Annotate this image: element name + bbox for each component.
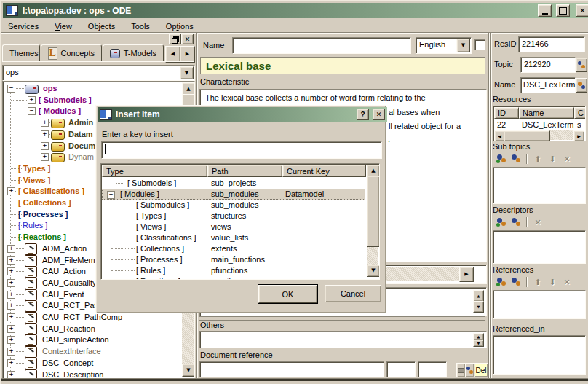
sub-topics-list[interactable] (493, 167, 586, 204)
menu-item-services[interactable]: Services (8, 22, 39, 31)
model-combobox[interactable]: ops ▼ (2, 65, 195, 81)
add-descriptor-button[interactable] (494, 216, 509, 229)
dock-close-icon: ✕ (185, 36, 191, 43)
maximize-button[interactable] (556, 4, 570, 17)
link-descriptor-button[interactable] (509, 216, 523, 229)
column-header-type[interactable]: Type (102, 165, 207, 177)
subtopic-delete-button[interactable]: ✕ (560, 153, 574, 165)
resources-cell-name[interactable]: DSC_LexTerm (522, 120, 574, 129)
dialog-expander-minus[interactable]: − (107, 191, 115, 199)
tab-themes[interactable]: Themes (2, 44, 40, 62)
subtopic-move-up-button[interactable]: ⬆ (531, 153, 545, 165)
language-checkbox[interactable] (474, 39, 485, 50)
reference-move-down-button[interactable]: ⬇ (545, 276, 560, 289)
document-reference-extra-input[interactable] (418, 361, 447, 377)
dialog-help-button[interactable]: ? (357, 109, 369, 120)
tree-item-cau-simpleaction[interactable]: +CAU_simpleAction (3, 334, 182, 345)
resources-hscroll-thumb[interactable] (504, 130, 550, 141)
subtopic-move-down-button[interactable]: ⬇ (545, 153, 560, 165)
topic-input[interactable]: 212920 (520, 57, 576, 73)
resources-table[interactable]: ID Name C 22 DSC_LexTerm s ◀ ▶ (493, 106, 586, 141)
reference-move-up-button[interactable]: ⬆ (531, 276, 545, 289)
key-input[interactable] (101, 141, 382, 159)
document-reference-input[interactable] (199, 361, 384, 377)
tree-expander-minus[interactable]: − (28, 107, 36, 115)
tab-scroll-right-button[interactable]: ▶ (180, 46, 195, 63)
cancel-button[interactable]: Cancel (325, 285, 381, 302)
menu-item-options[interactable]: Options (166, 22, 194, 31)
model-combobox-dropdown-button[interactable]: ▼ (180, 66, 194, 79)
others-field[interactable]: ▲ ▼ (199, 331, 487, 348)
descriptors-list[interactable] (493, 230, 586, 264)
document-reference-del-button[interactable]: Del (474, 363, 488, 377)
dialog-row--reactions-[interactable]: [ Reactions ]reactions (101, 276, 366, 280)
resid-input[interactable]: 221466 (518, 36, 585, 52)
tree-item--submodels-[interactable]: +[ Submodels ] (3, 95, 182, 106)
dialog-row--classifications-[interactable]: [ Classifications ]value_lists (101, 232, 366, 243)
reference-delete-button[interactable]: ✕ (560, 276, 574, 289)
dialog-table-scrollbar[interactable]: ▲ ▼ (367, 165, 378, 277)
others-scroll-down-mini[interactable]: ▼ (473, 340, 484, 347)
dialog-row--views-[interactable]: [ Views ]views (101, 222, 366, 232)
add-subtopic-button[interactable] (494, 153, 509, 165)
references-list[interactable] (493, 290, 586, 319)
link-subtopic-button[interactable] (509, 153, 523, 165)
column-header-current-key[interactable]: Current Key (282, 165, 366, 177)
main-right-separator[interactable] (488, 33, 490, 379)
resources-cell-extra[interactable]: s (577, 120, 581, 129)
minimize-button[interactable] (538, 4, 552, 17)
document-reference-page-input[interactable] (386, 361, 416, 377)
tree-item-ops[interactable]: −ops (3, 83, 182, 94)
tree-item-cau-reaction[interactable]: +CAU_Reaction (3, 324, 182, 334)
column-header-path[interactable]: Path (207, 165, 282, 177)
tree-item-dsc-concept[interactable]: +DSC_Concept (3, 358, 182, 369)
dialog-row--rules-[interactable]: [ Rules ]pfunctions (101, 265, 366, 276)
dialog-titlebar[interactable]: Insert Item ? ✕ (98, 107, 387, 122)
resources-scroll-right-button[interactable]: ▶ (573, 130, 584, 141)
menu-item-view[interactable]: View (55, 22, 72, 31)
rp-name-input[interactable]: DSC_LexTerm (520, 77, 576, 93)
dialog-row--collections-[interactable]: [ Collections ]extents (101, 243, 366, 254)
name-input[interactable] (232, 37, 411, 54)
dialog-scroll-down-button[interactable]: ▼ (367, 265, 380, 277)
menu-item-tools[interactable]: Tools (131, 22, 150, 31)
add-reference-button[interactable] (494, 276, 509, 289)
rp-name-pick-button[interactable] (576, 78, 587, 93)
resources-col-extra[interactable]: C (574, 107, 586, 119)
tree-item-cau-rct-pathcomp[interactable]: +CAU_RCT_PathComp (3, 312, 182, 323)
dialog-table[interactable]: [ Submodels ]sub_projects−[ Modules ]sub… (100, 163, 380, 280)
dock-float-button[interactable] (169, 34, 181, 44)
tab-concepts[interactable]: LConcepts (41, 44, 102, 62)
dialog-close-button[interactable]: ✕ (373, 109, 385, 120)
dialog-row--types-[interactable]: [ Types ]structures (101, 211, 366, 222)
menu-item-objects[interactable]: Objects (88, 22, 115, 31)
resources-col-id[interactable]: ID (494, 107, 519, 119)
field-scroll-down-mini[interactable]: ▼ (473, 301, 484, 313)
field-scroll-right-button[interactable]: ▶ (459, 267, 474, 282)
dialog-row--processes-[interactable]: [ Processes ]main_functions (101, 254, 366, 265)
dialog-row--submodules-[interactable]: [ Submodules ]sub_modules (101, 200, 366, 211)
window-titlebar[interactable]: I:\opa\opa.dev : ops - ODE ✕ (3, 3, 588, 18)
language-combobox[interactable]: English ▼ (416, 37, 472, 54)
ok-button[interactable]: OK (258, 285, 317, 303)
descriptor-delete-button[interactable]: ✕ (531, 216, 545, 229)
tree-expander-plus[interactable]: + (28, 96, 36, 104)
close-button[interactable]: ✕ (576, 4, 588, 17)
field-scroll-up-mini[interactable]: ▲ (473, 290, 484, 302)
tree-scroll-down-button[interactable]: ▼ (182, 364, 195, 377)
link-reference-button[interactable] (509, 276, 523, 289)
dialog-scrollbar-thumb[interactable] (367, 176, 380, 247)
language-dropdown-button[interactable]: ▼ (456, 39, 470, 52)
dialog-row--modules-[interactable]: −[ Modules ]sub_modulesDatamodel (101, 189, 366, 200)
topic-pick-button[interactable] (576, 58, 587, 72)
tree-item-contextinterface[interactable]: +ContextInterface (3, 346, 182, 357)
dock-close-button[interactable]: ✕ (181, 34, 194, 44)
tab-t-models[interactable]: T-Models (103, 44, 164, 62)
resources-col-name[interactable]: Name (519, 107, 574, 119)
tab-scroll-left-button[interactable]: ◀ (165, 46, 180, 63)
referenced-in-list[interactable] (493, 335, 586, 375)
resources-cell-id[interactable]: 22 (497, 120, 506, 129)
tree-expander-plus[interactable]: + (7, 187, 15, 195)
dialog-row--submodels-[interactable]: [ Submodels ]sub_projects (101, 178, 366, 189)
resources-hscrollbar[interactable]: ◀ ▶ (494, 130, 584, 140)
